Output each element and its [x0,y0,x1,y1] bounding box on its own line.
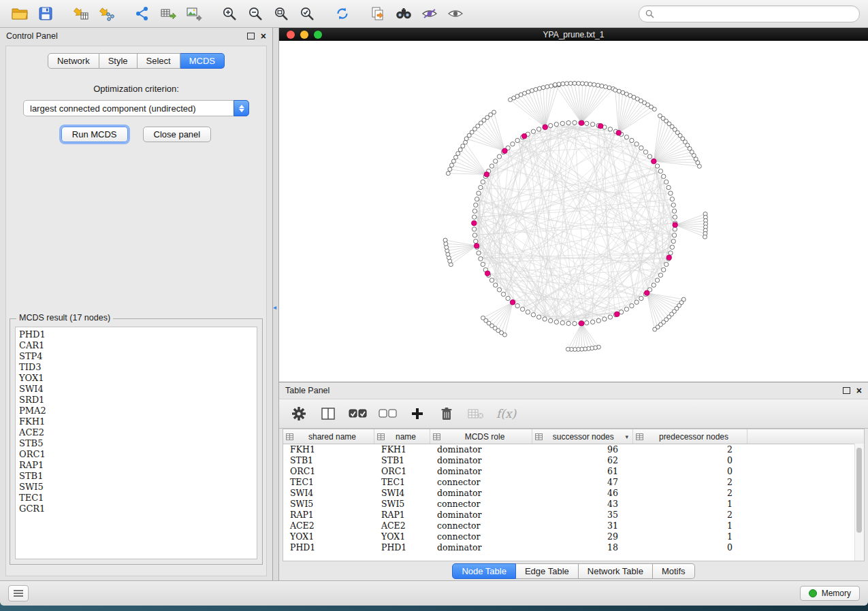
column-header-successor-nodes[interactable]: successor nodes▾ [532,429,633,444]
cell-mcds-role: connector [430,499,532,510]
network-window-titlebar: YPA_prune.txt_1 [279,28,868,41]
show-column-panel-button[interactable] [319,404,337,423]
close-panel-icon[interactable]: × [261,31,266,41]
mcds-result-item[interactable]: CAR1 [19,340,253,351]
table-scrollbar[interactable] [854,444,864,561]
export-image-button[interactable] [182,3,206,24]
tab-motifs[interactable]: Motifs [653,563,695,579]
delete-table-button[interactable] [467,404,485,423]
cell-successor-nodes: 18 [532,542,633,553]
mcds-result-item[interactable]: SRD1 [19,395,253,406]
collapse-arrow-icon[interactable]: ◂ [273,304,276,311]
search-field[interactable] [639,5,860,22]
table-row[interactable]: PHD1PHD1dominator180 [283,542,864,553]
panel-splitter[interactable]: ◂ [273,28,279,580]
table-row[interactable]: YOX1YOX1connector291 [283,531,864,542]
find-button[interactable] [392,3,415,24]
column-header-predecessor-nodes[interactable]: predecessor nodes [633,429,748,444]
select-all-button[interactable] [349,404,367,423]
mcds-result-item[interactable]: YOX1 [19,373,253,384]
mcds-result-item[interactable]: TEC1 [19,493,253,503]
float-panel-icon[interactable] [247,33,255,39]
table-row[interactable]: SWI4SWI4dominator462 [283,488,864,499]
table-row[interactable]: ACE2ACE2connector311 [283,521,864,531]
export-table-button[interactable] [157,3,180,24]
delete-column-button[interactable] [438,404,455,423]
mcds-result-list[interactable]: PHD1CAR1STP4TID3YOX1SWI4SRD1PMA2FKH1ACE2… [15,327,257,559]
close-table-panel-icon[interactable]: × [856,386,862,395]
table-row[interactable]: ORC1ORC1dominator610 [283,466,864,477]
table-settings-button[interactable] [290,404,308,423]
new-network-button[interactable] [131,3,154,24]
deselect-all-button[interactable] [379,404,397,423]
import-network-button[interactable] [95,3,118,24]
window-zoom-icon[interactable] [314,31,322,39]
mcds-result-item[interactable]: STB1 [19,471,253,482]
cell-shared-name: ACE2 [283,521,374,531]
import-table-button[interactable] [69,3,93,24]
mcds-result-item[interactable]: PHD1 [19,329,253,340]
add-column-button[interactable] [408,404,426,423]
mcds-result-item[interactable]: FKH1 [19,416,253,427]
main-toolbar [0,0,868,28]
zoom-fit-button[interactable] [270,3,293,24]
run-mcds-button[interactable]: Run MCDS [61,127,128,142]
criterion-dropdown[interactable]: largest connected component (undirected) [23,100,249,116]
tab-network[interactable]: Network [48,53,99,69]
save-floppy-icon [39,7,52,20]
tab-mcds[interactable]: MCDS [180,53,225,69]
table-row[interactable]: TEC1TEC1connector472 [283,477,864,488]
table-row[interactable]: STB1STB1dominator620 [283,455,864,466]
duplicate-document-icon [370,6,385,21]
column-header-name[interactable]: name [374,429,430,444]
mcds-result-item[interactable]: STP4 [19,351,253,362]
zoom-in-button[interactable] [218,3,241,24]
tab-network-table[interactable]: Network Table [579,563,653,579]
dropdown-stepper-icon[interactable] [234,100,249,116]
tab-select[interactable]: Select [138,53,180,69]
tab-node-table[interactable]: Node Table [452,563,516,579]
zoom-selected-button[interactable] [295,3,319,24]
task-history-button[interactable] [8,585,29,601]
column-header-shared-name[interactable]: shared name [283,429,374,444]
mcds-result-item[interactable]: PMA2 [19,406,253,416]
float-table-panel-icon[interactable] [843,387,850,394]
mcds-result-item[interactable]: ORC1 [19,449,253,460]
cell-name: SWI5 [374,499,430,510]
tab-style[interactable]: Style [99,53,138,69]
mcds-result-item[interactable]: RAP1 [19,460,253,471]
columns-icon [321,408,335,420]
style-preview-button[interactable] [418,3,441,24]
scrollbar-thumb[interactable] [856,448,862,533]
tab-edge-table[interactable]: Edge Table [516,563,579,579]
sort-arrow-icon[interactable]: ▾ [625,433,628,440]
table-row[interactable]: FKH1FKH1dominator962 [283,444,864,455]
memory-button-label: Memory [822,589,851,598]
mcds-result-item[interactable]: GCR1 [19,503,253,514]
save-session-button[interactable] [34,3,57,24]
control-panel: Control Panel × NetworkStyleSelectMCDS O… [0,28,273,580]
mcds-result-item[interactable]: SWI5 [19,482,253,493]
open-session-button[interactable] [8,3,31,24]
table-rows: FKH1FKH1dominator962STB1STB1dominator620… [283,444,864,561]
network-canvas[interactable] [279,41,868,382]
table-row[interactable]: RAP1RAP1dominator352 [283,510,864,521]
close-panel-button[interactable]: Close panel [143,127,212,142]
table-row[interactable]: SWI5SWI5connector431 [283,499,864,510]
duplicate-network-button[interactable] [366,3,389,24]
mcds-result-item[interactable]: STB5 [19,438,253,449]
network-graph[interactable] [279,41,868,382]
show-hide-graphics-button[interactable] [444,3,467,24]
refresh-view-button[interactable] [331,3,354,24]
search-input[interactable] [658,8,853,19]
function-builder-button[interactable]: f(x) [496,404,516,423]
window-minimize-icon[interactable] [300,31,308,39]
mcds-result-item[interactable]: TID3 [19,362,253,373]
mcds-result-item[interactable]: ACE2 [19,427,253,438]
column-header-mcds-role[interactable]: MCDS role [430,429,532,444]
mcds-result-item[interactable]: SWI4 [19,384,253,395]
window-close-icon[interactable] [287,31,295,39]
cell-predecessor-nodes: 0 [633,455,748,466]
zoom-out-button[interactable] [244,3,267,24]
memory-button[interactable]: Memory [800,586,860,601]
